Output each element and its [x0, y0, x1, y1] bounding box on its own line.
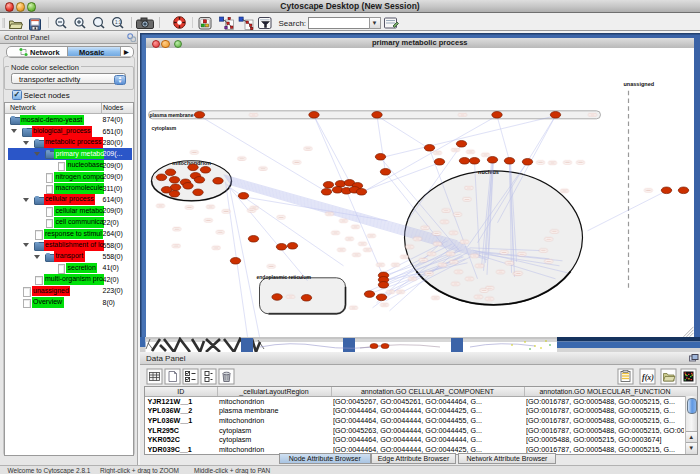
svg-text:cytoplasm: cytoplasm: [151, 125, 176, 131]
svg-text:endoplasmic reticulum: endoplasmic reticulum: [256, 274, 311, 280]
svg-text:plasma membrane: plasma membrane: [149, 112, 193, 118]
svg-text:nucleus: nucleus: [478, 169, 499, 175]
svg-text:unassigned: unassigned: [623, 81, 654, 87]
svg-text:1:1: 1:1: [115, 20, 122, 25]
svg-text:f(x): f(x): [642, 373, 654, 382]
